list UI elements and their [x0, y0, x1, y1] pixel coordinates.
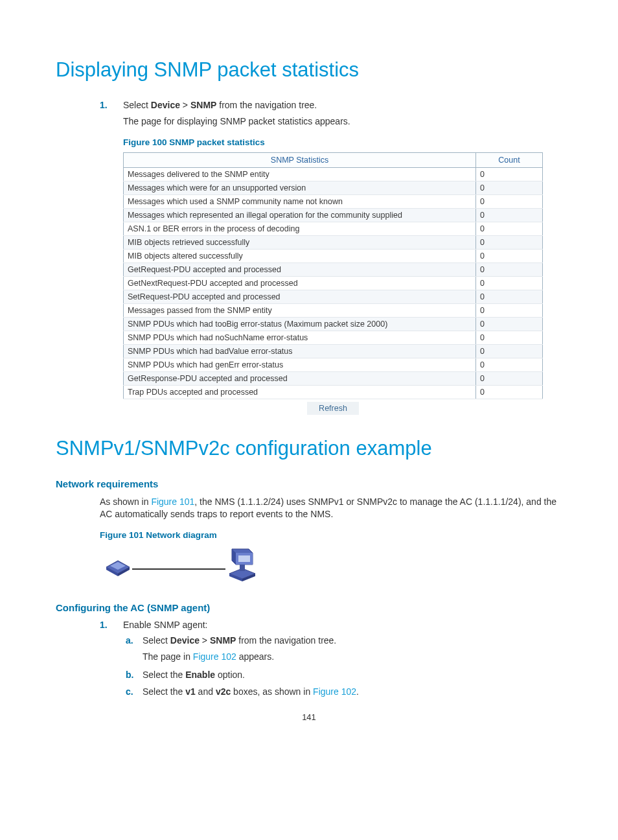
- stat-label: ASN.1 or BER errors in the process of de…: [124, 222, 476, 235]
- table-row: Messages which represented an illegal op…: [124, 208, 543, 222]
- substep-c: c. Select the v1 and v2c boxes, as shown…: [143, 686, 562, 697]
- stat-label: MIB objects altered successfully: [124, 249, 476, 262]
- configuring-ac-heading: Configuring the AC (SNMP agent): [56, 602, 562, 613]
- figure-100-caption: Figure 100 SNMP packet statistics: [123, 137, 562, 147]
- stat-label: Messages which used a SNMP community nam…: [124, 194, 476, 208]
- stat-count: 0: [476, 371, 543, 385]
- step-letter: c.: [126, 686, 133, 697]
- step-text: Enable SNMP agent:: [123, 620, 208, 630]
- step-text: Select the v1 and v2c boxes, as shown in…: [143, 686, 359, 697]
- stat-count: 0: [476, 290, 543, 303]
- stat-label: GetNextRequest-PDU accepted and processe…: [124, 276, 476, 290]
- step-text: Select the Enable option.: [143, 670, 245, 680]
- stat-count: 0: [476, 235, 543, 249]
- cf-step-1: 1. Enable SNMP agent:: [123, 620, 562, 630]
- table-row: MIB objects altered successfully0: [124, 249, 543, 262]
- table-row: Trap PDUs accepted and processed0: [124, 385, 543, 399]
- link-figure-102-b[interactable]: Figure 102: [313, 686, 356, 697]
- stat-count: 0: [476, 208, 543, 222]
- stat-label: SNMP PDUs which had genErr error-status: [124, 358, 476, 371]
- link-figure-101[interactable]: Figure 101: [151, 496, 194, 507]
- page-number: 141: [56, 712, 562, 722]
- table-row: SNMP PDUs which had noSuchName error-sta…: [124, 331, 543, 344]
- snmp-statistics-table: SNMP Statistics Count Messages delivered…: [123, 152, 543, 399]
- table-row: Messages passed from the SNMP entity0: [124, 303, 543, 317]
- stat-count: 0: [476, 181, 543, 194]
- stat-label: Messages which were for an unsupported v…: [124, 181, 476, 194]
- stat-count: 0: [476, 276, 543, 290]
- stat-label: GetRequest-PDU accepted and processed: [124, 262, 476, 276]
- table-row: GetResponse-PDU accepted and processed0: [124, 371, 543, 385]
- svg-marker-11: [240, 565, 245, 571]
- table-row: GetNextRequest-PDU accepted and processe…: [124, 276, 543, 290]
- substep-a-desc: The page in Figure 102 appears.: [143, 651, 562, 664]
- col-header-count: Count: [476, 152, 543, 167]
- table-row: SNMP PDUs which had genErr error-status0: [124, 358, 543, 371]
- connection-line: [132, 568, 225, 570]
- stat-count: 0: [476, 262, 543, 276]
- refresh-button[interactable]: Refresh: [307, 402, 359, 415]
- stat-label: Trap PDUs accepted and processed: [124, 385, 476, 399]
- stat-count: 0: [476, 194, 543, 208]
- table-row: ASN.1 or BER errors in the process of de…: [124, 222, 543, 235]
- stat-label: Messages passed from the SNMP entity: [124, 303, 476, 317]
- stat-count: 0: [476, 303, 543, 317]
- table-row: SNMP PDUs which had tooBig error-status …: [124, 317, 543, 331]
- network-requirements-text: As shown in Figure 101, the NMS (1.1.1.2…: [100, 496, 562, 521]
- stat-count: 0: [476, 249, 543, 262]
- stat-label: GetResponse-PDU accepted and processed: [124, 371, 476, 385]
- stat-label: Messages which represented an illegal op…: [124, 208, 476, 222]
- figure-101-caption: Figure 101 Network diagram: [100, 530, 562, 540]
- step-1-description: The page for displaying SNMP packet stat…: [123, 115, 562, 128]
- stat-count: 0: [476, 317, 543, 331]
- network-diagram: [100, 545, 262, 585]
- stat-count: 0: [476, 331, 543, 344]
- table-row: Messages delivered to the SNMP entity0: [124, 167, 543, 181]
- table-row: MIB objects retrieved successfully0: [124, 235, 543, 249]
- substep-b: b. Select the Enable option.: [143, 670, 562, 680]
- stat-count: 0: [476, 222, 543, 235]
- step-1: 1. Select Device > SNMP from the navigat…: [123, 100, 562, 110]
- server-icon: [223, 545, 258, 584]
- step-text: Select Device > SNMP from the navigation…: [143, 635, 336, 646]
- step-letter: b.: [126, 670, 133, 680]
- stat-count: 0: [476, 167, 543, 181]
- table-row: SNMP PDUs which had badValue error-statu…: [124, 344, 543, 358]
- heading-displaying-snmp: Displaying SNMP packet statistics: [56, 58, 562, 82]
- stat-label: SNMP PDUs which had badValue error-statu…: [124, 344, 476, 358]
- heading-snmpv1-v2c-example: SNMPv1/SNMPv2c configuration example: [56, 437, 562, 460]
- step-number: 1.: [100, 100, 108, 110]
- step-text: Select Device > SNMP from the navigation…: [123, 100, 317, 110]
- table-row: Messages which used a SNMP community nam…: [124, 194, 543, 208]
- stat-count: 0: [476, 385, 543, 399]
- stat-count: 0: [476, 358, 543, 371]
- stat-label: SetRequest-PDU accepted and processed: [124, 290, 476, 303]
- link-figure-102[interactable]: Figure 102: [193, 651, 236, 662]
- stat-count: 0: [476, 344, 543, 358]
- stat-label: SNMP PDUs which had noSuchName error-sta…: [124, 331, 476, 344]
- table-row: GetRequest-PDU accepted and processed0: [124, 262, 543, 276]
- stat-label: MIB objects retrieved successfully: [124, 235, 476, 249]
- table-row: Messages which were for an unsupported v…: [124, 181, 543, 194]
- stat-label: SNMP PDUs which had tooBig error-status …: [124, 317, 476, 331]
- network-requirements-heading: Network requirements: [56, 478, 562, 489]
- step-number: 1.: [100, 620, 108, 630]
- device-icon: [100, 549, 136, 578]
- stat-label: Messages delivered to the SNMP entity: [124, 167, 476, 181]
- step-letter: a.: [126, 635, 133, 646]
- svg-rect-7: [238, 555, 250, 562]
- substep-a: a. Select Device > SNMP from the navigat…: [143, 635, 562, 646]
- col-header-stats: SNMP Statistics: [124, 152, 476, 167]
- table-row: SetRequest-PDU accepted and processed0: [124, 290, 543, 303]
